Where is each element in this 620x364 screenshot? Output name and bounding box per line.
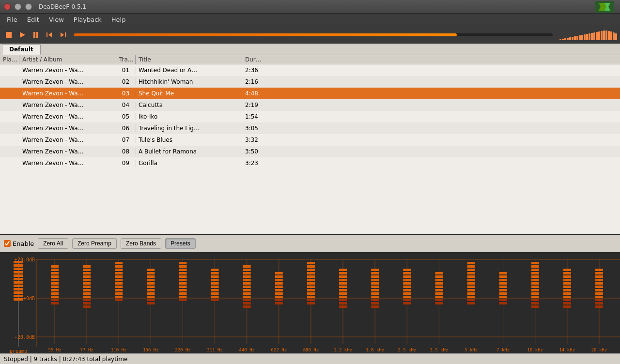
table-row[interactable]: Warren Zevon - Wa…05Iko-Iko1:54 bbox=[0, 111, 620, 122]
track-cell-dur: 3:05 bbox=[242, 125, 271, 132]
track-cell-dur: 3:23 bbox=[242, 160, 271, 167]
vol-bar-22 bbox=[613, 32, 615, 40]
svg-rect-5 bbox=[33, 32, 35, 38]
next-button[interactable] bbox=[57, 29, 69, 41]
vol-bar-13 bbox=[591, 33, 593, 40]
seek-bar[interactable] bbox=[74, 32, 553, 37]
menu-item-view[interactable]: View bbox=[44, 15, 69, 24]
pause-button[interactable] bbox=[30, 29, 42, 41]
track-cell-artist: Warren Zevon - Wa… bbox=[19, 125, 116, 132]
track-cell-artist: Warren Zevon - Wa… bbox=[19, 148, 116, 155]
vol-bar-20 bbox=[608, 31, 610, 40]
vol-bar-17 bbox=[601, 31, 603, 40]
svg-rect-6 bbox=[36, 32, 38, 38]
track-cell-dur: 1:54 bbox=[242, 113, 271, 120]
svg-marker-4 bbox=[20, 32, 25, 38]
track-cell-dur: 2:36 bbox=[242, 67, 271, 74]
statusbar: Stopped | 9 tracks | 0:27:43 total playt… bbox=[0, 353, 620, 364]
logo-icon bbox=[595, 1, 614, 13]
table-row[interactable]: Warren Zevon - Wa…02Hitchhikin' Woman2:1… bbox=[0, 76, 620, 88]
col-header-duration[interactable]: Dur… bbox=[242, 55, 271, 64]
track-cell-title: She Quit Me bbox=[136, 90, 242, 97]
volume-indicator bbox=[559, 30, 617, 40]
zero-bands-button[interactable]: Zero Bands bbox=[121, 238, 161, 249]
col-header-playing[interactable]: Pla… bbox=[0, 55, 19, 64]
track-cell-title: A Bullet for Ramona bbox=[136, 148, 242, 155]
vol-bar-23 bbox=[615, 33, 617, 40]
track-cell-title: Hitchhikin' Woman bbox=[136, 78, 242, 85]
seek-bar-fill bbox=[74, 33, 457, 36]
track-cell-dur: 2:16 bbox=[242, 78, 271, 85]
play-button[interactable] bbox=[16, 29, 28, 41]
svg-rect-7 bbox=[46, 32, 47, 37]
zero-preamp-button[interactable]: Zero Preamp bbox=[72, 238, 117, 249]
minimize-button[interactable] bbox=[15, 3, 21, 10]
vol-bar-1 bbox=[562, 39, 564, 40]
track-cell-artist: Warren Zevon - Wa… bbox=[19, 102, 116, 108]
menu-item-edit[interactable]: Edit bbox=[22, 15, 44, 24]
track-cell-track: 08 bbox=[116, 148, 136, 155]
presets-button[interactable]: Presets bbox=[165, 238, 196, 249]
table-row[interactable]: Warren Zevon - Wa…07Tule's Blues3:32 bbox=[0, 134, 620, 146]
svg-rect-3 bbox=[6, 32, 12, 38]
track-cell-track: 05 bbox=[116, 113, 136, 120]
tab-default[interactable]: Default bbox=[2, 44, 41, 55]
track-cell-artist: Warren Zevon - Wa… bbox=[19, 160, 116, 167]
track-cell-track: 02 bbox=[116, 78, 136, 85]
col-header-title[interactable]: Title bbox=[136, 55, 242, 64]
svg-rect-9 bbox=[65, 32, 66, 37]
eq-panel: Enable Zero All Zero Preamp Zero Bands P… bbox=[0, 234, 620, 354]
eq-graph bbox=[0, 252, 620, 354]
tabs-area: Default bbox=[0, 44, 620, 55]
track-cell-artist: Warren Zevon - Wa… bbox=[19, 78, 116, 85]
toolbar bbox=[0, 26, 620, 44]
track-cell-title: Calcutta bbox=[136, 102, 242, 108]
close-button[interactable] bbox=[4, 3, 11, 10]
table-row[interactable]: Warren Zevon - Wa…09Gorilla3:23 bbox=[0, 157, 620, 169]
stop-button[interactable] bbox=[3, 29, 15, 41]
vol-bar-11 bbox=[586, 34, 588, 40]
vol-bar-2 bbox=[564, 38, 566, 40]
seek-bar-track bbox=[74, 33, 553, 36]
track-cell-title: Gorilla bbox=[136, 160, 242, 167]
vol-bar-19 bbox=[605, 30, 607, 40]
vol-bar-9 bbox=[581, 35, 583, 40]
vol-bar-3 bbox=[567, 38, 569, 40]
maximize-button[interactable] bbox=[25, 3, 32, 10]
tracklist-header: Pla… Artist / Album Tra… Title Dur… bbox=[0, 55, 620, 64]
vol-bar-15 bbox=[596, 32, 598, 40]
track-cell-title: Iko-Iko bbox=[136, 113, 242, 120]
enable-text: Enable bbox=[13, 240, 34, 247]
vol-bar-21 bbox=[610, 31, 612, 40]
table-row[interactable]: Warren Zevon - Wa…04Calcutta2:19 bbox=[0, 99, 620, 111]
track-cell-dur: 2:19 bbox=[242, 102, 271, 108]
track-cell-artist: Warren Zevon - Wa… bbox=[19, 90, 116, 97]
prev-button[interactable] bbox=[44, 29, 55, 41]
track-cell-track: 09 bbox=[116, 160, 136, 167]
menu-item-help[interactable]: Help bbox=[107, 15, 131, 24]
table-row[interactable]: Warren Zevon - Wa…08A Bullet for Ramona3… bbox=[0, 146, 620, 157]
vol-bar-8 bbox=[579, 35, 581, 40]
table-row[interactable]: Warren Zevon - Wa…01Wanted Dead or A…2:3… bbox=[0, 64, 620, 76]
track-cell-track: 04 bbox=[116, 102, 136, 108]
status-text: Stopped | 9 tracks | 0:27:43 total playt… bbox=[4, 356, 127, 363]
enable-checkbox[interactable] bbox=[4, 240, 11, 247]
zero-all-button[interactable]: Zero All bbox=[38, 238, 68, 249]
track-cell-track: 03 bbox=[116, 90, 136, 97]
vol-bar-0 bbox=[559, 39, 561, 40]
col-header-artist[interactable]: Artist / Album bbox=[19, 55, 116, 64]
track-cell-dur: 3:32 bbox=[242, 136, 271, 143]
table-row[interactable]: Warren Zevon - Wa…03She Quit Me4:48 bbox=[0, 88, 620, 99]
enable-label[interactable]: Enable bbox=[4, 240, 34, 247]
tracklist: Pla… Artist / Album Tra… Title Dur… Warr… bbox=[0, 55, 620, 234]
vol-bar-12 bbox=[589, 33, 590, 40]
table-row[interactable]: Warren Zevon - Wa…06Traveling in the Lig… bbox=[0, 122, 620, 134]
col-header-track[interactable]: Tra… bbox=[116, 55, 136, 64]
menu-item-file[interactable]: File bbox=[2, 15, 22, 24]
vol-bar-18 bbox=[603, 30, 605, 40]
menu-item-playback[interactable]: Playback bbox=[69, 15, 107, 24]
app-logo bbox=[593, 0, 616, 14]
track-cell-title: Wanted Dead or A… bbox=[136, 67, 242, 74]
vol-bar-4 bbox=[569, 37, 571, 40]
eq-toolbar: Enable Zero All Zero Preamp Zero Bands P… bbox=[0, 235, 620, 252]
